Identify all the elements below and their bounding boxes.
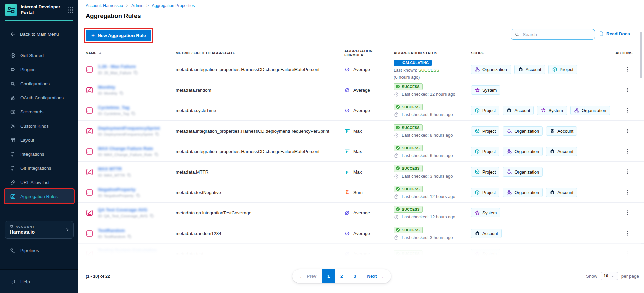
page-button-2[interactable]: 2 (335, 269, 348, 283)
scope-chip-project[interactable]: Project (471, 167, 499, 177)
scope-chip-project[interactable]: Project (471, 126, 499, 136)
aggregation-formula: Max (340, 149, 389, 154)
sidebar-item-integrations[interactable]: Integrations (5, 147, 74, 161)
formula-label: Sum (353, 190, 363, 195)
rule-name-link[interactable]: Cycletime_Tag (98, 105, 136, 110)
page-size-select[interactable]: 10 (601, 272, 618, 280)
rule-name-link[interactable]: Monthly (98, 85, 124, 90)
sidebar-item-label: Custom Kinds (20, 124, 49, 129)
success-badge: SUCCESS (394, 250, 423, 256)
success-badge: SUCCESS (394, 186, 423, 192)
scope-chip-system[interactable]: System (537, 106, 567, 115)
kebab-menu-icon[interactable] (625, 189, 631, 195)
formula-label: Max (353, 129, 362, 134)
success-badge: SUCCESS (394, 104, 423, 110)
scope-chip-account[interactable]: Account (503, 106, 534, 115)
scope-chip-account[interactable]: Account (514, 65, 545, 74)
kebab-menu-icon[interactable] (625, 66, 631, 72)
sidebar-item-plugins[interactable]: Plugins (5, 62, 74, 77)
copy-icon (154, 152, 159, 157)
sidebar-pipelines-wrap: Pipelines (0, 243, 78, 257)
next-page-button[interactable]: Next → (361, 274, 391, 279)
rule-name-link[interactable]: Testing System Calculation (98, 248, 159, 253)
scope-chip-system[interactable]: System (471, 208, 500, 217)
account-switcher[interactable]: ACCOUNT Harness.io (5, 221, 74, 239)
kebab-menu-icon[interactable] (625, 87, 631, 93)
scope-chip-system[interactable]: System (471, 249, 500, 256)
arrow-right-icon: → (380, 274, 384, 279)
scope-chip-account[interactable]: Account (546, 188, 577, 197)
back-to-main-menu[interactable]: Back to Main Menu (10, 30, 59, 38)
last-checked-label: Last checked: 6 hours ago (402, 153, 453, 158)
sidebar-item-help[interactable]: ? Help (5, 275, 74, 289)
average-formula-icon (344, 87, 350, 93)
rule-name-link[interactable]: TestRandom (98, 228, 132, 233)
breadcrumb-link[interactable]: Admin (131, 3, 143, 8)
rule-name-link[interactable]: 1.26 - Max Failure (98, 64, 138, 69)
scope-chip-system[interactable]: System (471, 85, 500, 95)
search-input[interactable] (523, 32, 591, 37)
sidebar-item-custom-kinds[interactable]: Custom Kinds (5, 119, 74, 133)
aggregation-rule-icon (86, 148, 93, 155)
sidebar: Internal Developer Portal Back to Main M… (0, 0, 78, 293)
scope-chip-label: Organization (514, 190, 539, 195)
new-aggregation-rule-button[interactable]: + New Aggregation Rule (86, 30, 151, 41)
rule-name-link[interactable]: DeploymentFrequencySprint (98, 126, 160, 131)
scope-chip-organization[interactable]: Organization (471, 65, 511, 74)
kebab-menu-icon[interactable] (625, 107, 631, 113)
sidebar-item-oauth-configurations[interactable]: OAuth Configurations (5, 91, 74, 105)
kebab-menu-icon[interactable] (625, 148, 631, 154)
scope-chip-organization[interactable]: Organization (503, 126, 543, 136)
scope-chip-organization[interactable]: Organization (570, 106, 610, 115)
sidebar-item-url-allow-list[interactable]: URL Allow List (5, 175, 74, 189)
account-name: Harness.io (10, 229, 35, 235)
breadcrumb-link[interactable]: Account: Harness.io (86, 3, 123, 8)
sidebar-item-aggregation-rules[interactable]: Aggregation Rules (5, 189, 74, 203)
scope-chip-account[interactable]: Account (471, 229, 502, 238)
row-actions (611, 128, 644, 134)
rule-name-cell: DeploymentFrequencySprintID: DeploymentF… (78, 126, 171, 136)
search-box[interactable] (511, 29, 595, 40)
sidebar-item-pipelines[interactable]: Pipelines (5, 243, 74, 257)
search-icon (515, 32, 520, 37)
read-docs-link[interactable]: Read Docs (599, 31, 630, 36)
sidebar-item-scorecards[interactable]: Scorecards (5, 105, 74, 119)
rule-name-link[interactable]: NegativeProperty (98, 187, 140, 192)
pagination-range: (1 - 10) of 22 (86, 274, 110, 279)
prev-page-button[interactable]: ← Prev (292, 274, 322, 279)
kebab-menu-icon[interactable] (625, 210, 631, 216)
sidebar-item-get-started[interactable]: Get Started (5, 48, 74, 62)
clock-icon (394, 92, 399, 97)
scope-chip-account[interactable]: Account (546, 147, 577, 156)
rule-name-link[interactable]: QA Test Coverage AVG (98, 207, 154, 212)
column-header-name[interactable]: NAME (78, 51, 171, 55)
breadcrumb-link[interactable]: Aggregation Properties (152, 3, 195, 8)
kebab-menu-icon[interactable] (625, 230, 631, 236)
average-formula-icon (344, 108, 350, 113)
scope-chip-label: Organization (514, 149, 539, 154)
rule-name-link[interactable]: MAX MTTR (98, 166, 131, 172)
aggregation-status: SUCCESSLast checked: 12 hours ago (389, 186, 466, 199)
scope-chip-project[interactable]: Project (471, 106, 499, 115)
scope-chip-project[interactable]: Project (548, 65, 577, 74)
page-button-1[interactable]: 1 (322, 269, 335, 283)
page-button-3[interactable]: 3 (348, 269, 361, 283)
vertical-scrollbar[interactable] (640, 32, 642, 78)
kebab-menu-icon[interactable] (625, 169, 631, 175)
sidebar-item-layout[interactable]: Layout (5, 133, 74, 147)
scope-chip-account[interactable]: Account (546, 126, 577, 136)
scope-chip-organization[interactable]: Organization (503, 147, 543, 156)
scope-chip-organization[interactable]: Organization (503, 167, 543, 177)
scope-chip-project[interactable]: Project (471, 147, 499, 156)
max-formula-icon (344, 128, 350, 134)
sidebar-item-git-integrations[interactable]: Git Integrations (5, 161, 74, 175)
scope-chip-project[interactable]: Project (471, 188, 499, 197)
apps-grid-icon[interactable] (67, 6, 74, 14)
main-content: Account: Harness.io>Admin>Aggregation Pr… (78, 0, 644, 293)
rule-name-link[interactable]: MAX Change Failure Rate (98, 146, 159, 151)
scope-chip-organization[interactable]: Organization (503, 188, 543, 197)
kebab-menu-icon[interactable] (625, 251, 631, 256)
kebab-menu-icon[interactable] (625, 128, 631, 134)
sidebar-item-configurations[interactable]: Configurations (5, 77, 74, 91)
table-row: 1.26 - Max FailureID: 26_Max_Failuremeta… (78, 59, 644, 80)
